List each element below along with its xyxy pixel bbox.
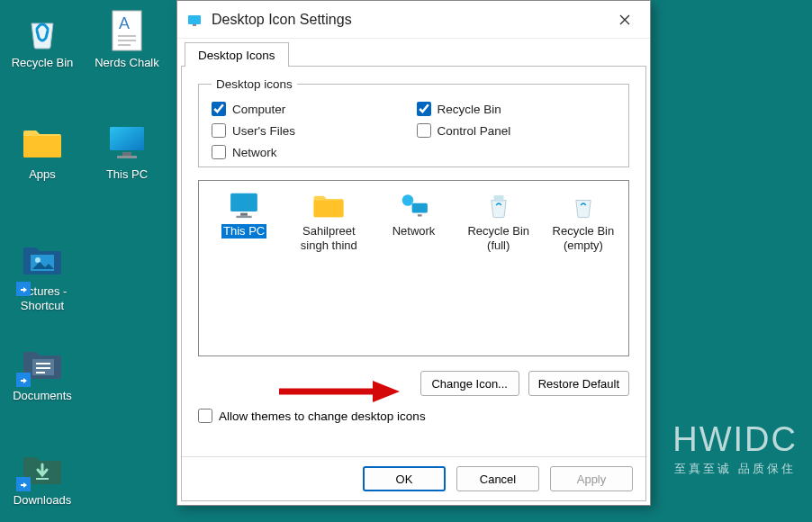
svg-text:A: A <box>119 14 130 32</box>
icon-buttons-row: Change Icon... Restore Default <box>198 371 629 396</box>
folder-icon <box>21 121 64 164</box>
desktop-icon-label: Downloads <box>14 493 71 508</box>
desktop-icon-pictures-shortcut[interactable]: Pictures - Shortcut <box>2 238 83 312</box>
recycle-bin-icon <box>21 9 64 52</box>
tab-strip: Desktop Icons <box>177 39 650 66</box>
desktop-icon-recycle-bin[interactable]: Recycle Bin <box>2 9 83 70</box>
recycle-bin-full-icon <box>482 190 516 220</box>
preview-item-label: Sahilpreet singh thind <box>289 224 368 252</box>
ok-button[interactable]: OK <box>363 466 446 491</box>
desktop-icon-settings-dialog: Desktop Icon Settings Desktop Icons Desk… <box>176 0 651 506</box>
desktop-icons-fieldset: Desktop icons Computer Recycle Bin User'… <box>198 77 629 167</box>
checkbox-input[interactable] <box>212 123 226 138</box>
checkbox-label: Recycle Bin <box>438 103 501 116</box>
dialog-button-bar: OK Cancel Apply <box>182 456 645 500</box>
close-button[interactable] <box>609 4 641 36</box>
desktop-icon-label: Recycle Bin <box>12 56 74 70</box>
watermark: HWIDC 至真至诚 品质保住 <box>672 420 798 477</box>
checkbox-input[interactable] <box>417 102 431 116</box>
checkbox-recycle-bin[interactable]: Recycle Bin <box>417 102 617 116</box>
checkbox-users-files[interactable]: User's Files <box>212 123 411 138</box>
checkbox-network[interactable]: Network <box>212 145 616 159</box>
preview-item-recycle-full[interactable]: Recycle Bin (full) <box>459 190 538 252</box>
svg-rect-20 <box>236 216 251 218</box>
desktop-icon-label: Apps <box>29 167 56 182</box>
svg-rect-24 <box>493 195 503 202</box>
svg-rect-7 <box>122 152 131 156</box>
shortcut-badge-icon <box>16 282 31 296</box>
svg-rect-8 <box>117 156 137 158</box>
watermark-tagline: 至真至诚 品质保住 <box>672 461 798 477</box>
change-icon-button[interactable]: Change Icon... <box>420 371 519 396</box>
titlebar[interactable]: Desktop Icon Settings <box>177 1 650 39</box>
preview-item-label: This PC <box>221 224 266 238</box>
checkbox-label: Allow themes to change desktop icons <box>219 410 426 423</box>
checkbox-label: Network <box>232 146 277 159</box>
checkbox-input[interactable] <box>417 123 431 138</box>
watermark-logo: HWIDC <box>672 420 798 459</box>
preview-item-network[interactable]: Network <box>374 190 453 238</box>
svg-rect-19 <box>240 213 248 216</box>
tab-panel: Desktop icons Computer Recycle Bin User'… <box>182 67 645 428</box>
shortcut-badge-icon <box>16 373 31 387</box>
desktop-icon-this-pc[interactable]: This PC <box>86 121 167 182</box>
svg-rect-23 <box>417 214 421 216</box>
this-pc-icon <box>105 121 149 164</box>
preview-item-label: Recycle Bin (empty) <box>544 224 623 252</box>
user-folder-icon <box>311 190 346 220</box>
desktop-icon-label: Nerds Chalk <box>95 56 159 70</box>
document-icon: A <box>105 9 149 52</box>
preview-item-recycle-empty[interactable]: Recycle Bin (empty) <box>544 190 623 252</box>
preview-item-this-pc[interactable]: This PC <box>204 190 284 238</box>
preview-item-label: Recycle Bin (full) <box>459 224 538 252</box>
checkbox-label: Computer <box>232 103 285 116</box>
checkbox-allow-themes[interactable]: Allow themes to change desktop icons <box>198 409 629 423</box>
checkbox-label: User's Files <box>232 124 295 138</box>
svg-rect-17 <box>193 24 196 26</box>
network-icon <box>397 190 431 220</box>
cancel-button[interactable]: Cancel <box>456 466 539 491</box>
tab-desktop-icons[interactable]: Desktop Icons <box>185 42 289 67</box>
svg-rect-22 <box>411 203 427 213</box>
desktop-icon-apps[interactable]: Apps <box>2 121 83 182</box>
this-pc-icon <box>227 190 261 220</box>
icon-preview-list: This PC Sahilpreet singh thind Network R… <box>198 180 629 356</box>
desktop-icon-nerds-chalk[interactable]: A Nerds Chalk <box>86 9 167 70</box>
svg-rect-16 <box>188 15 201 24</box>
pictures-folder-icon <box>21 238 64 281</box>
desktop-icon-label: This PC <box>106 167 148 182</box>
checkbox-control-panel[interactable]: Control Panel <box>417 123 617 138</box>
checkbox-input[interactable] <box>212 102 226 116</box>
fieldset-legend: Desktop icons <box>212 77 297 91</box>
recycle-bin-empty-icon <box>566 190 600 220</box>
desktop-icon-label: Pictures - Shortcut <box>2 284 83 312</box>
svg-rect-6 <box>110 127 144 150</box>
close-icon <box>618 14 631 26</box>
checkbox-computer[interactable]: Computer <box>212 102 411 116</box>
desktop-icon-downloads[interactable]: Downloads <box>2 446 83 508</box>
restore-default-button[interactable]: Restore Default <box>528 371 629 396</box>
desktop-icon-documents[interactable]: Documents <box>2 342 83 403</box>
checkbox-input[interactable] <box>198 409 212 423</box>
svg-point-21 <box>401 194 413 206</box>
checkbox-input[interactable] <box>212 145 226 159</box>
dialog-icon <box>186 12 203 28</box>
dialog-title: Desktop Icon Settings <box>212 12 609 28</box>
desktop-icon-label: Documents <box>13 389 72 403</box>
svg-rect-18 <box>230 194 257 212</box>
shortcut-badge-icon <box>16 477 31 491</box>
preview-item-user[interactable]: Sahilpreet singh thind <box>289 190 368 252</box>
apply-button[interactable]: Apply <box>550 466 633 491</box>
checkbox-label: Control Panel <box>438 124 511 138</box>
preview-item-label: Network <box>392 224 436 238</box>
